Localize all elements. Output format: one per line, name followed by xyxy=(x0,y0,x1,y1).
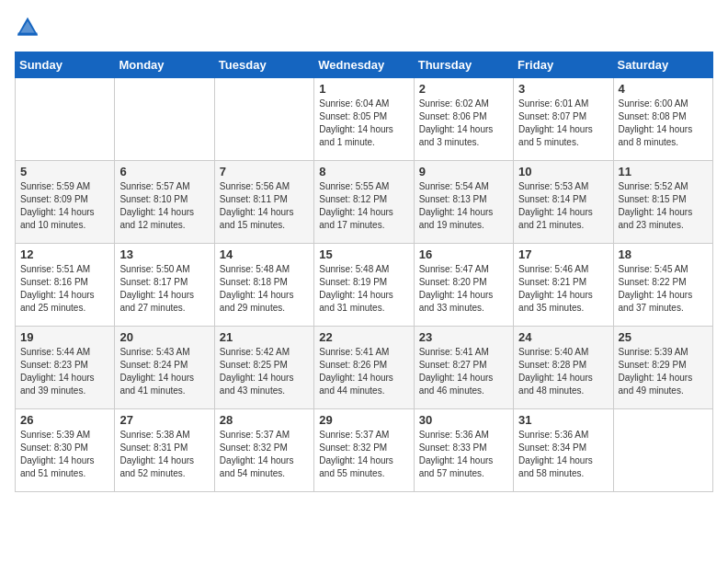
day-number: 25 xyxy=(619,330,708,344)
day-number: 12 xyxy=(20,247,109,261)
calendar-cell: 5Sunrise: 5:59 AM Sunset: 8:09 PM Daylig… xyxy=(16,161,115,244)
day-number: 31 xyxy=(518,413,608,427)
calendar-cell: 20Sunrise: 5:43 AM Sunset: 8:24 PM Dayli… xyxy=(115,327,214,409)
calendar-cell: 25Sunrise: 5:39 AM Sunset: 8:29 PM Dayli… xyxy=(613,327,712,409)
cell-content: Sunrise: 5:37 AM Sunset: 8:32 PM Dayligh… xyxy=(220,429,309,480)
calendar-week-row: 1Sunrise: 6:04 AM Sunset: 8:05 PM Daylig… xyxy=(16,78,713,161)
cell-content: Sunrise: 5:36 AM Sunset: 8:33 PM Dayligh… xyxy=(419,429,508,480)
calendar-cell: 2Sunrise: 6:02 AM Sunset: 8:06 PM Daylig… xyxy=(414,78,513,161)
cell-content: Sunrise: 6:04 AM Sunset: 8:05 PM Dayligh… xyxy=(319,98,408,149)
calendar-cell: 31Sunrise: 5:36 AM Sunset: 8:34 PM Dayli… xyxy=(514,409,613,492)
day-header-monday: Monday xyxy=(115,52,214,78)
cell-content: Sunrise: 5:41 AM Sunset: 8:26 PM Dayligh… xyxy=(319,346,408,397)
cell-content: Sunrise: 5:46 AM Sunset: 8:21 PM Dayligh… xyxy=(518,263,608,315)
day-number: 14 xyxy=(220,247,309,261)
day-number: 29 xyxy=(319,413,408,427)
calendar-cell: 14Sunrise: 5:48 AM Sunset: 8:18 PM Dayli… xyxy=(214,244,313,327)
day-number: 21 xyxy=(220,330,309,344)
calendar-cell: 17Sunrise: 5:46 AM Sunset: 8:21 PM Dayli… xyxy=(514,244,613,327)
calendar-cell: 16Sunrise: 5:47 AM Sunset: 8:20 PM Dayli… xyxy=(414,244,513,327)
cell-content: Sunrise: 5:59 AM Sunset: 8:09 PM Dayligh… xyxy=(20,180,109,232)
calendar-cell: 12Sunrise: 5:51 AM Sunset: 8:16 PM Dayli… xyxy=(16,244,115,327)
day-number: 13 xyxy=(119,247,209,261)
day-number: 6 xyxy=(119,165,209,178)
calendar-cell: 26Sunrise: 5:39 AM Sunset: 8:30 PM Dayli… xyxy=(16,409,115,492)
day-header-thursday: Thursday xyxy=(414,52,513,78)
cell-content: Sunrise: 5:42 AM Sunset: 8:25 PM Dayligh… xyxy=(220,346,309,397)
cell-content: Sunrise: 5:36 AM Sunset: 8:34 PM Dayligh… xyxy=(518,429,608,480)
calendar-cell: 4Sunrise: 6:00 AM Sunset: 8:08 PM Daylig… xyxy=(613,78,712,161)
calendar-cell: 21Sunrise: 5:42 AM Sunset: 8:25 PM Dayli… xyxy=(214,327,313,409)
calendar-cell: 27Sunrise: 5:38 AM Sunset: 8:31 PM Dayli… xyxy=(115,409,214,492)
calendar-cell: 10Sunrise: 5:53 AM Sunset: 8:14 PM Dayli… xyxy=(514,161,613,244)
day-number: 7 xyxy=(220,165,309,178)
day-number: 11 xyxy=(619,165,708,178)
calendar-cell: 23Sunrise: 5:41 AM Sunset: 8:27 PM Dayli… xyxy=(414,327,513,409)
calendar-cell: 28Sunrise: 5:37 AM Sunset: 8:32 PM Dayli… xyxy=(214,409,313,492)
calendar-cell xyxy=(613,409,712,492)
day-number: 15 xyxy=(319,247,408,261)
logo xyxy=(15,15,44,40)
cell-content: Sunrise: 5:37 AM Sunset: 8:32 PM Dayligh… xyxy=(319,429,408,480)
calendar-cell xyxy=(214,78,313,161)
cell-content: Sunrise: 5:47 AM Sunset: 8:20 PM Dayligh… xyxy=(419,263,508,315)
day-number: 19 xyxy=(20,330,109,344)
cell-content: Sunrise: 5:44 AM Sunset: 8:23 PM Dayligh… xyxy=(20,346,109,397)
day-number: 23 xyxy=(419,330,508,344)
day-header-tuesday: Tuesday xyxy=(214,52,313,78)
cell-content: Sunrise: 5:40 AM Sunset: 8:28 PM Dayligh… xyxy=(518,346,608,397)
calendar-cell: 18Sunrise: 5:45 AM Sunset: 8:22 PM Dayli… xyxy=(613,244,712,327)
day-number: 1 xyxy=(319,82,408,96)
cell-content: Sunrise: 5:39 AM Sunset: 8:29 PM Dayligh… xyxy=(619,346,708,397)
cell-content: Sunrise: 5:48 AM Sunset: 8:18 PM Dayligh… xyxy=(220,263,309,315)
cell-content: Sunrise: 5:53 AM Sunset: 8:14 PM Dayligh… xyxy=(518,180,608,232)
cell-content: Sunrise: 6:01 AM Sunset: 8:07 PM Dayligh… xyxy=(518,98,608,149)
cell-content: Sunrise: 5:48 AM Sunset: 8:19 PM Dayligh… xyxy=(319,263,408,315)
day-number: 24 xyxy=(518,330,608,344)
cell-content: Sunrise: 5:52 AM Sunset: 8:15 PM Dayligh… xyxy=(619,180,708,232)
day-number: 22 xyxy=(319,330,408,344)
calendar-cell: 11Sunrise: 5:52 AM Sunset: 8:15 PM Dayli… xyxy=(613,161,712,244)
calendar-cell: 9Sunrise: 5:54 AM Sunset: 8:13 PM Daylig… xyxy=(414,161,513,244)
calendar-cell: 30Sunrise: 5:36 AM Sunset: 8:33 PM Dayli… xyxy=(414,409,513,492)
cell-content: Sunrise: 5:43 AM Sunset: 8:24 PM Dayligh… xyxy=(119,346,209,397)
cell-content: Sunrise: 5:39 AM Sunset: 8:30 PM Dayligh… xyxy=(20,429,109,480)
calendar-cell: 22Sunrise: 5:41 AM Sunset: 8:26 PM Dayli… xyxy=(314,327,414,409)
calendar-week-row: 19Sunrise: 5:44 AM Sunset: 8:23 PM Dayli… xyxy=(16,327,713,409)
day-header-friday: Friday xyxy=(514,52,613,78)
calendar-week-row: 26Sunrise: 5:39 AM Sunset: 8:30 PM Dayli… xyxy=(16,409,713,492)
day-number: 28 xyxy=(220,413,309,427)
day-number: 27 xyxy=(119,413,209,427)
calendar-cell: 19Sunrise: 5:44 AM Sunset: 8:23 PM Dayli… xyxy=(16,327,115,409)
cell-content: Sunrise: 5:51 AM Sunset: 8:16 PM Dayligh… xyxy=(20,263,109,315)
day-number: 18 xyxy=(619,247,708,261)
cell-content: Sunrise: 5:41 AM Sunset: 8:27 PM Dayligh… xyxy=(419,346,508,397)
calendar-cell: 3Sunrise: 6:01 AM Sunset: 8:07 PM Daylig… xyxy=(514,78,613,161)
page-header xyxy=(15,15,713,40)
day-number: 26 xyxy=(20,413,109,427)
day-header-wednesday: Wednesday xyxy=(314,52,414,78)
calendar-cell: 7Sunrise: 5:56 AM Sunset: 8:11 PM Daylig… xyxy=(214,161,313,244)
calendar-cell xyxy=(115,78,214,161)
calendar-table: SundayMondayTuesdayWednesdayThursdayFrid… xyxy=(15,52,713,492)
cell-content: Sunrise: 5:56 AM Sunset: 8:11 PM Dayligh… xyxy=(220,180,309,232)
calendar-cell: 24Sunrise: 5:40 AM Sunset: 8:28 PM Dayli… xyxy=(514,327,613,409)
calendar-cell: 13Sunrise: 5:50 AM Sunset: 8:17 PM Dayli… xyxy=(115,244,214,327)
svg-rect-2 xyxy=(18,33,38,36)
day-header-saturday: Saturday xyxy=(613,52,712,78)
cell-content: Sunrise: 5:38 AM Sunset: 8:31 PM Dayligh… xyxy=(119,429,209,480)
calendar-cell: 1Sunrise: 6:04 AM Sunset: 8:05 PM Daylig… xyxy=(314,78,414,161)
day-number: 3 xyxy=(518,82,608,96)
cell-content: Sunrise: 5:54 AM Sunset: 8:13 PM Dayligh… xyxy=(419,180,508,232)
calendar-cell: 8Sunrise: 5:55 AM Sunset: 8:12 PM Daylig… xyxy=(314,161,414,244)
day-number: 2 xyxy=(419,82,508,96)
calendar-cell: 15Sunrise: 5:48 AM Sunset: 8:19 PM Dayli… xyxy=(314,244,414,327)
calendar-cell: 6Sunrise: 5:57 AM Sunset: 8:10 PM Daylig… xyxy=(115,161,214,244)
calendar-week-row: 5Sunrise: 5:59 AM Sunset: 8:09 PM Daylig… xyxy=(16,161,713,244)
day-number: 10 xyxy=(518,165,608,178)
cell-content: Sunrise: 5:45 AM Sunset: 8:22 PM Dayligh… xyxy=(619,263,708,315)
cell-content: Sunrise: 5:50 AM Sunset: 8:17 PM Dayligh… xyxy=(119,263,209,315)
calendar-cell xyxy=(16,78,115,161)
day-number: 9 xyxy=(419,165,508,178)
day-number: 20 xyxy=(119,330,209,344)
